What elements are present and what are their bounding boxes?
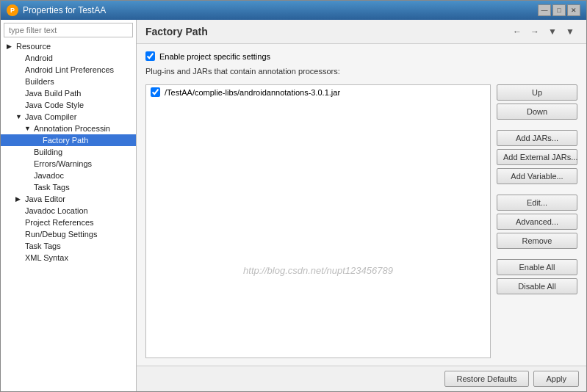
title-controls: — □ ✕ (538, 4, 580, 16)
left-panel: ▶Resource Android Android Lint Preferenc… (1, 20, 137, 391)
apply-button[interactable]: Apply (533, 371, 579, 387)
enable-all-button[interactable]: Enable All (497, 259, 577, 275)
tree-item-java-build-path[interactable]: Java Build Path (1, 87, 136, 99)
tree-item-run-debug-settings[interactable]: Run/Debug Settings (1, 228, 136, 240)
tree-item-label: Project References (25, 218, 94, 227)
tree-item-label: Java Editor (25, 195, 65, 203)
tree-item-label: Factory Path (43, 136, 88, 145)
tree-item-label: Android (25, 54, 53, 62)
up-button[interactable]: Up (497, 84, 577, 101)
bottom-bar: Restore Defaults Apply (137, 366, 586, 391)
title-bar: P Properties for TestAA — □ ✕ (1, 1, 586, 20)
disable-all-button[interactable]: Disable All (497, 278, 577, 294)
tree-container: ▶Resource Android Android Lint Preferenc… (1, 40, 136, 391)
jar-list-item[interactable]: /TestAA/complie-libs/androidannotations-… (146, 85, 490, 99)
tree-item-android-lint[interactable]: Android Lint Preferences (1, 64, 136, 76)
expand-arrow: ▶ (15, 195, 23, 203)
tree-item-annotation-processing[interactable]: ▼Annotation Processin (1, 123, 136, 134)
watermark: http://blog.csdn.net/nupt123456789 (243, 265, 393, 276)
maximize-button[interactable]: □ (552, 4, 566, 16)
add-jars-button[interactable]: Add JARs... (497, 130, 577, 146)
tree-item-java-compiler[interactable]: ▼Java Compiler (1, 111, 136, 123)
list-and-buttons: /TestAA/complie-libs/androidannotations-… (145, 84, 577, 358)
right-header: Factory Path ← → ▼ ▼ (137, 20, 586, 44)
nav-forward-icon[interactable]: → (527, 24, 542, 39)
add-variable-button[interactable]: Add Variable... (497, 168, 577, 184)
tree-item-errors-warnings[interactable]: Errors/Warnings (1, 158, 136, 170)
right-panel: Factory Path ← → ▼ ▼ Enable project spec… (137, 20, 586, 391)
tree-item-label: Building (34, 148, 62, 156)
tree-item-label: Javadoc (34, 171, 64, 180)
tree-item-label: Java Compiler (25, 112, 76, 121)
nav-down-icon[interactable]: ▼ (545, 24, 560, 39)
header-icons: ← → ▼ ▼ (510, 24, 577, 39)
tree-item-task-tags[interactable]: Task Tags (1, 181, 136, 193)
advanced-button[interactable]: Advanced... (497, 214, 577, 230)
tree-item-java-code-style[interactable]: Java Code Style (1, 99, 136, 111)
tree-item-xml-syntax[interactable]: XML Syntax (1, 252, 136, 264)
edit-button[interactable]: Edit... (497, 195, 577, 211)
nav-back-icon[interactable]: ← (510, 24, 525, 39)
tree-item-java-editor[interactable]: ▶Java Editor (1, 193, 136, 205)
window-title: Properties for TestAA (23, 5, 106, 15)
tree-item-task-tags2[interactable]: Task Tags (1, 240, 136, 252)
nav-menu-icon[interactable]: ▼ (563, 24, 577, 39)
tree-item-label: Run/Debug Settings (25, 230, 97, 239)
jar-item-checkbox[interactable] (151, 87, 160, 97)
restore-defaults-button[interactable]: Restore Defaults (444, 371, 530, 387)
tree-item-factory-path[interactable]: Factory Path (1, 134, 136, 146)
expand-arrow: ▶ (7, 43, 14, 50)
enable-project-checkbox[interactable] (145, 51, 155, 61)
enable-checkbox-label: Enable project specific settings (159, 52, 270, 61)
enable-checkbox-row: Enable project specific settings (145, 51, 577, 61)
tree-item-javadoc-location[interactable]: Javadoc Location (1, 205, 136, 217)
close-button[interactable]: ✕ (567, 4, 580, 16)
tree-item-label: Builders (25, 77, 54, 86)
add-external-jars-button[interactable]: Add External JARs... (497, 149, 577, 165)
tree-item-label: Task Tags (34, 183, 70, 192)
right-content: Enable project specific settings Plug-in… (137, 44, 586, 366)
tree-item-label: Resource (16, 42, 51, 51)
expand-arrow: ▼ (24, 125, 32, 132)
tree-item-resource[interactable]: ▶Resource (1, 40, 136, 52)
tree-item-label: Errors/Warnings (34, 159, 92, 168)
jar-list[interactable]: /TestAA/complie-libs/androidannotations-… (145, 84, 491, 358)
tree-item-label: XML Syntax (25, 253, 68, 262)
tree-item-label: Java Code Style (25, 101, 84, 109)
tree-item-label: Task Tags (25, 242, 61, 250)
tree-item-label: Javadoc Location (25, 206, 88, 215)
remove-button[interactable]: Remove (497, 233, 577, 249)
tree-item-building[interactable]: Building (1, 146, 136, 158)
down-button[interactable]: Down (497, 104, 577, 120)
expand-arrow: ▼ (15, 113, 23, 120)
title-bar-left: P Properties for TestAA (7, 4, 106, 16)
filter-input[interactable] (4, 23, 133, 37)
tree-item-label: Annotation Processin (34, 124, 110, 133)
tree-item-project-references[interactable]: Project References (1, 217, 136, 228)
buttons-panel: Up Down Add JARs... Add External JARs...… (497, 84, 577, 358)
content-area: ▶Resource Android Android Lint Preferenc… (1, 20, 586, 391)
tree-item-android[interactable]: Android (1, 52, 136, 64)
main-window: P Properties for TestAA — □ ✕ ▶Resource … (0, 0, 587, 392)
tree-item-javadoc[interactable]: Javadoc (1, 170, 136, 181)
right-panel-title: Factory Path (145, 26, 208, 37)
tree-item-label: Android Lint Preferences (25, 65, 114, 74)
tree-item-label: Java Build Path (25, 89, 81, 98)
tree-item-builders[interactable]: Builders (1, 76, 136, 87)
window-icon: P (7, 4, 18, 16)
minimize-button[interactable]: — (538, 4, 551, 16)
plugins-label: Plug-ins and JARs that contain annotatio… (145, 67, 577, 76)
jar-item-path: /TestAA/complie-libs/androidannotations-… (165, 88, 340, 97)
